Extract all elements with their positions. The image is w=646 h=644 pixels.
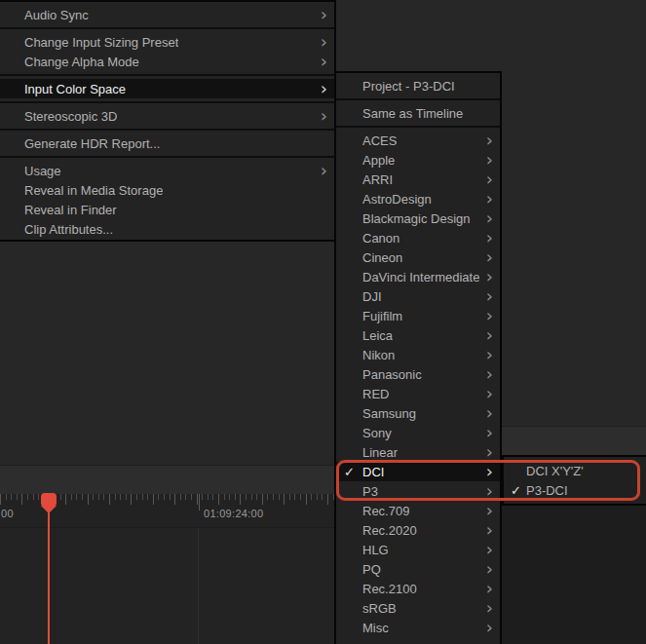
submenu-chevron-icon: › <box>486 582 500 595</box>
menu-group: Project - P3-DCI <box>336 73 500 98</box>
menu-item-label: Blackmagic Design <box>362 211 471 226</box>
menu-item-audio-sync[interactable]: Audio Sync› <box>0 5 334 24</box>
menu-item-label: P3-DCI <box>526 483 568 498</box>
ruler-frame-tick <box>199 494 200 511</box>
checkmark-icon: ✓ <box>336 466 362 478</box>
submenu-chevron-icon: › <box>486 133 500 147</box>
submenu-chevron-icon: › <box>486 387 500 400</box>
timeline-gridline <box>198 528 199 644</box>
menu-item-nikon[interactable]: Nikon› <box>336 345 500 364</box>
menu-item-label: sRGB <box>362 601 397 616</box>
menu-item-p3-dci[interactable]: ✓P3-DCI <box>504 480 646 500</box>
menu-item-label: Audio Sync <box>24 8 89 22</box>
menu-group: Input Color Space› <box>0 76 334 101</box>
menu-item-canon[interactable]: Canon› <box>336 228 500 247</box>
menu-item-misc[interactable]: Misc› <box>336 618 500 637</box>
menu-item-label: DCI X'Y'Z' <box>526 464 584 478</box>
menu-item-samsung[interactable]: Samsung› <box>336 403 500 423</box>
menu-item-panasonic[interactable]: Panasonic› <box>336 364 500 384</box>
menu-item-change-input-sizing-preset[interactable]: Change Input Sizing Preset› <box>0 32 334 52</box>
submenu-chevron-icon: › <box>486 426 500 439</box>
input-color-space-submenu: Project - P3-DCISame as TimelineACES›App… <box>334 71 502 644</box>
menu-item-rec-709[interactable]: Rec.709› <box>336 501 500 520</box>
menu-item-label: Rec.2020 <box>362 523 417 538</box>
ruler-timecode: 01:09:24:00 <box>204 508 263 519</box>
menu-item-linear[interactable]: Linear› <box>336 442 500 462</box>
menu-item-pq[interactable]: PQ› <box>336 559 500 579</box>
menu-item-red[interactable]: RED› <box>336 384 500 403</box>
menu-item-dji[interactable]: DJI› <box>336 286 500 306</box>
menu-item-label: RED <box>362 387 389 401</box>
menu-item-apple[interactable]: Apple› <box>336 150 500 170</box>
ruler-timecode-partial: 00 <box>1 508 14 519</box>
submenu-chevron-icon: › <box>486 621 500 634</box>
menu-item-leica[interactable]: Leica› <box>336 325 500 345</box>
menu-item-label: Usage <box>24 164 61 178</box>
menu-item-fujifilm[interactable]: Fujifilm› <box>336 306 500 325</box>
menu-item-label: Generate HDR Report... <box>24 136 160 151</box>
menu-item-astrodesign[interactable]: AstroDesign› <box>336 189 500 208</box>
menu-item-label: DaVinci Intermediate <box>362 270 479 284</box>
menu-item-srgb[interactable]: sRGB› <box>336 598 500 618</box>
menu-item-label: DCI <box>362 465 384 479</box>
menu-item-label: Misc <box>362 621 389 635</box>
menu-item-project-p3-dci[interactable]: Project - P3-DCI <box>336 76 500 95</box>
menu-item-label: Rec.709 <box>362 504 409 518</box>
menu-item-label: Reveal in Finder <box>24 203 117 217</box>
dci-flyout-menu: DCI X'Y'Z'✓P3-DCI <box>502 455 646 506</box>
menu-item-rec-2100[interactable]: Rec.2100› <box>336 579 500 598</box>
menu-item-generate-hdr-report[interactable]: Generate HDR Report... <box>0 133 334 153</box>
menu-item-label: Input Color Space <box>24 82 126 96</box>
menu-item-label: Apple <box>362 153 395 168</box>
menu-item-label: Same as Timeline <box>362 106 463 121</box>
menu-item-sony[interactable]: Sony› <box>336 423 500 442</box>
menu-item-input-color-space[interactable]: Input Color Space› <box>0 79 334 98</box>
davinci-resolve-screen: 00 01:09:24:00 Audio Sync›Change Input S… <box>0 0 646 644</box>
menu-item-stereoscopic-3d[interactable]: Stereoscopic 3D› <box>0 106 334 126</box>
menu-group: Audio Sync› <box>0 2 334 27</box>
menu-item-label: ARRI <box>362 172 393 187</box>
menu-item-dci-x-y-z[interactable]: DCI X'Y'Z' <box>504 461 646 480</box>
menu-item-reveal-in-media-storage[interactable]: Reveal in Media Storage <box>0 180 334 200</box>
submenu-chevron-icon: › <box>321 35 334 49</box>
submenu-chevron-icon: › <box>486 211 500 225</box>
menu-item-reveal-in-finder[interactable]: Reveal in Finder <box>0 200 334 219</box>
menu-item-cineon[interactable]: Cineon› <box>336 247 500 267</box>
menu-item-blackmagic-design[interactable]: Blackmagic Design› <box>336 208 500 228</box>
submenu-chevron-icon: › <box>321 164 334 177</box>
submenu-chevron-icon: › <box>321 8 334 21</box>
submenu-chevron-icon: › <box>486 562 500 576</box>
menu-item-label: AstroDesign <box>362 192 432 207</box>
menu-item-usage[interactable]: Usage› <box>0 161 334 180</box>
menu-item-clip-attributes[interactable]: Clip Attributes... <box>0 219 334 239</box>
menu-item-label: Nikon <box>362 348 395 362</box>
menu-item-arri[interactable]: ARRI› <box>336 170 500 189</box>
timeline-track-area[interactable] <box>0 527 334 644</box>
menu-item-aces[interactable]: ACES› <box>336 131 500 150</box>
menu-item-same-as-timeline[interactable]: Same as Timeline <box>336 103 500 123</box>
submenu-chevron-icon: › <box>486 192 500 206</box>
menu-item-p3[interactable]: P3› <box>336 481 500 501</box>
playhead-line[interactable] <box>48 499 50 644</box>
menu-item-label: Panasonic <box>362 367 422 382</box>
menu-item-label: Linear <box>362 445 398 460</box>
submenu-chevron-icon: › <box>486 231 500 245</box>
submenu-chevron-icon: › <box>486 601 500 615</box>
checkmark-icon: ✓ <box>504 484 526 497</box>
submenu-chevron-icon: › <box>486 484 500 498</box>
menu-item-label: Cineon <box>362 250 402 265</box>
menu-item-label: PQ <box>362 562 381 577</box>
menu-item-change-alpha-mode[interactable]: Change Alpha Mode› <box>0 52 334 71</box>
menu-item-label: DJI <box>362 289 382 304</box>
menu-item-label: Rec.2100 <box>362 582 417 596</box>
menu-item-dci[interactable]: ✓DCI› <box>336 462 500 481</box>
playhead-marker[interactable] <box>41 493 57 507</box>
menu-item-hlg[interactable]: HLG› <box>336 540 500 559</box>
clip-context-menu: Audio Sync›Change Input Sizing Preset›Ch… <box>0 0 336 242</box>
submenu-chevron-icon: › <box>486 309 500 322</box>
menu-item-label: Leica <box>362 328 393 343</box>
menu-item-rec-2020[interactable]: Rec.2020› <box>336 520 500 540</box>
submenu-chevron-icon: › <box>486 348 500 361</box>
menu-item-label: P3 <box>362 484 378 499</box>
menu-item-davinci-intermediate[interactable]: DaVinci Intermediate› <box>336 267 500 286</box>
